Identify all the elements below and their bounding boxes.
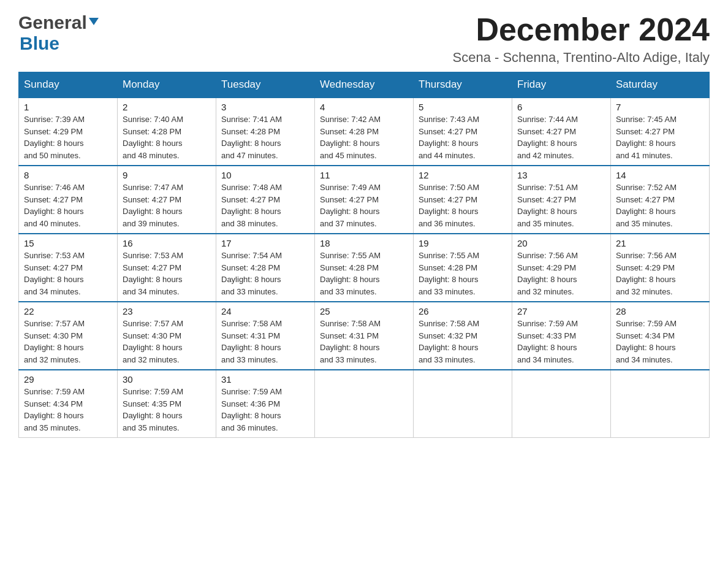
day-info: Sunrise: 7:55 AMSunset: 4:28 PMDaylight:…: [320, 251, 381, 296]
day-number: 26: [419, 306, 507, 316]
day-number: 21: [616, 238, 704, 248]
day-number: 31: [221, 374, 309, 385]
day-info: Sunrise: 7:53 AMSunset: 4:27 PMDaylight:…: [123, 251, 183, 296]
day-info: Sunrise: 7:46 AMSunset: 4:27 PMDaylight:…: [24, 183, 85, 228]
calendar-cell: 1 Sunrise: 7:39 AMSunset: 4:29 PMDayligh…: [19, 98, 118, 166]
calendar-week-row: 1 Sunrise: 7:39 AMSunset: 4:29 PMDayligh…: [19, 98, 710, 166]
day-info: Sunrise: 7:58 AMSunset: 4:31 PMDaylight:…: [221, 319, 282, 364]
calendar-cell: 17 Sunrise: 7:54 AMSunset: 4:28 PMDaylig…: [216, 234, 315, 302]
calendar-cell: 18 Sunrise: 7:55 AMSunset: 4:28 PMDaylig…: [315, 234, 414, 302]
calendar-cell: 7 Sunrise: 7:45 AMSunset: 4:27 PMDayligh…: [611, 98, 710, 166]
header-sunday: Sunday: [19, 72, 118, 98]
calendar-cell: 23 Sunrise: 7:57 AMSunset: 4:30 PMDaylig…: [118, 302, 216, 370]
day-number: 24: [221, 306, 309, 316]
calendar-cell: 12 Sunrise: 7:50 AMSunset: 4:27 PMDaylig…: [414, 166, 512, 234]
day-number: 9: [123, 170, 211, 180]
day-number: 23: [123, 306, 211, 316]
day-info: Sunrise: 7:56 AMSunset: 4:29 PMDaylight:…: [616, 251, 677, 296]
location-title: Scena - Schenna, Trentino-Alto Adige, It…: [453, 50, 710, 66]
day-number: 16: [123, 238, 211, 248]
day-number: 3: [221, 102, 309, 112]
day-number: 6: [517, 102, 605, 112]
calendar-week-row: 15 Sunrise: 7:53 AMSunset: 4:27 PMDaylig…: [19, 234, 710, 302]
day-number: 18: [320, 238, 408, 248]
day-info: Sunrise: 7:44 AMSunset: 4:27 PMDaylight:…: [517, 115, 578, 160]
day-number: 12: [419, 170, 507, 180]
calendar-cell: 4 Sunrise: 7:42 AMSunset: 4:28 PMDayligh…: [315, 98, 414, 166]
day-info: Sunrise: 7:50 AMSunset: 4:27 PMDaylight:…: [419, 183, 479, 228]
day-number: 5: [419, 102, 507, 112]
day-info: Sunrise: 7:48 AMSunset: 4:27 PMDaylight:…: [221, 183, 282, 228]
calendar-cell: 26 Sunrise: 7:58 AMSunset: 4:32 PMDaylig…: [414, 302, 512, 370]
day-info: Sunrise: 7:47 AMSunset: 4:27 PMDaylight:…: [123, 183, 183, 228]
day-number: 30: [123, 374, 211, 385]
calendar-cell: 21 Sunrise: 7:56 AMSunset: 4:29 PMDaylig…: [611, 234, 710, 302]
calendar-cell: 15 Sunrise: 7:53 AMSunset: 4:27 PMDaylig…: [19, 234, 118, 302]
day-number: 22: [24, 306, 112, 316]
logo: General Blue: [18, 12, 99, 54]
calendar-cell: 5 Sunrise: 7:43 AMSunset: 4:27 PMDayligh…: [414, 98, 512, 166]
header-thursday: Thursday: [414, 72, 512, 98]
day-info: Sunrise: 7:45 AMSunset: 4:27 PMDaylight:…: [616, 115, 677, 160]
day-number: 1: [24, 102, 112, 112]
calendar-cell: [611, 370, 710, 438]
calendar-week-row: 22 Sunrise: 7:57 AMSunset: 4:30 PMDaylig…: [19, 302, 710, 370]
day-info: Sunrise: 7:59 AMSunset: 4:34 PMDaylight:…: [616, 319, 677, 364]
day-info: Sunrise: 7:39 AMSunset: 4:29 PMDaylight:…: [24, 115, 85, 160]
calendar-cell: 14 Sunrise: 7:52 AMSunset: 4:27 PMDaylig…: [611, 166, 710, 234]
day-info: Sunrise: 7:40 AMSunset: 4:28 PMDaylight:…: [123, 115, 183, 160]
day-info: Sunrise: 7:59 AMSunset: 4:36 PMDaylight:…: [221, 387, 282, 432]
day-info: Sunrise: 7:41 AMSunset: 4:28 PMDaylight:…: [221, 115, 282, 160]
day-number: 13: [517, 170, 605, 180]
calendar-cell: 19 Sunrise: 7:55 AMSunset: 4:28 PMDaylig…: [414, 234, 512, 302]
day-number: 14: [616, 170, 704, 180]
calendar-cell: [315, 370, 414, 438]
day-info: Sunrise: 7:42 AMSunset: 4:28 PMDaylight:…: [320, 115, 381, 160]
day-number: 19: [419, 238, 507, 248]
day-number: 7: [616, 102, 704, 112]
day-number: 29: [24, 374, 112, 385]
header-friday: Friday: [512, 72, 611, 98]
day-number: 4: [320, 102, 408, 112]
header-tuesday: Tuesday: [216, 72, 315, 98]
day-info: Sunrise: 7:57 AMSunset: 4:30 PMDaylight:…: [24, 319, 85, 364]
calendar-cell: 11 Sunrise: 7:49 AMSunset: 4:27 PMDaylig…: [315, 166, 414, 234]
day-number: 11: [320, 170, 408, 180]
calendar-cell: 3 Sunrise: 7:41 AMSunset: 4:28 PMDayligh…: [216, 98, 315, 166]
calendar-cell: 25 Sunrise: 7:58 AMSunset: 4:31 PMDaylig…: [315, 302, 414, 370]
day-info: Sunrise: 7:56 AMSunset: 4:29 PMDaylight:…: [517, 251, 578, 296]
day-number: 8: [24, 170, 112, 180]
calendar-cell: 13 Sunrise: 7:51 AMSunset: 4:27 PMDaylig…: [512, 166, 611, 234]
day-number: 2: [123, 102, 211, 112]
calendar-cell: 2 Sunrise: 7:40 AMSunset: 4:28 PMDayligh…: [118, 98, 216, 166]
calendar-cell: 22 Sunrise: 7:57 AMSunset: 4:30 PMDaylig…: [19, 302, 118, 370]
calendar-cell: 16 Sunrise: 7:53 AMSunset: 4:27 PMDaylig…: [118, 234, 216, 302]
day-info: Sunrise: 7:57 AMSunset: 4:30 PMDaylight:…: [123, 319, 183, 364]
calendar-cell: 29 Sunrise: 7:59 AMSunset: 4:34 PMDaylig…: [19, 370, 118, 438]
day-info: Sunrise: 7:59 AMSunset: 4:33 PMDaylight:…: [517, 319, 578, 364]
calendar-header-row: SundayMondayTuesdayWednesdayThursdayFrid…: [19, 72, 710, 98]
day-info: Sunrise: 7:53 AMSunset: 4:27 PMDaylight:…: [24, 251, 85, 296]
day-number: 25: [320, 306, 408, 316]
calendar-cell: [414, 370, 512, 438]
calendar-cell: 31 Sunrise: 7:59 AMSunset: 4:36 PMDaylig…: [216, 370, 315, 438]
calendar-cell: 10 Sunrise: 7:48 AMSunset: 4:27 PMDaylig…: [216, 166, 315, 234]
calendar-cell: 9 Sunrise: 7:47 AMSunset: 4:27 PMDayligh…: [118, 166, 216, 234]
logo-triangle-icon: [89, 17, 99, 29]
day-number: 15: [24, 238, 112, 248]
calendar-table: SundayMondayTuesdayWednesdayThursdayFrid…: [18, 72, 710, 438]
logo-blue-text: Blue: [20, 33, 59, 54]
day-number: 27: [517, 306, 605, 316]
calendar-cell: 8 Sunrise: 7:46 AMSunset: 4:27 PMDayligh…: [19, 166, 118, 234]
day-info: Sunrise: 7:55 AMSunset: 4:28 PMDaylight:…: [419, 251, 479, 296]
calendar-week-row: 8 Sunrise: 7:46 AMSunset: 4:27 PMDayligh…: [19, 166, 710, 234]
header-wednesday: Wednesday: [315, 72, 414, 98]
month-title: December 2024: [453, 12, 710, 47]
day-number: 28: [616, 306, 704, 316]
svg-marker-0: [89, 18, 99, 25]
day-info: Sunrise: 7:54 AMSunset: 4:28 PMDaylight:…: [221, 251, 282, 296]
day-number: 10: [221, 170, 309, 180]
day-info: Sunrise: 7:58 AMSunset: 4:32 PMDaylight:…: [419, 319, 479, 364]
day-info: Sunrise: 7:59 AMSunset: 4:35 PMDaylight:…: [123, 387, 183, 432]
calendar-cell: 6 Sunrise: 7:44 AMSunset: 4:27 PMDayligh…: [512, 98, 611, 166]
